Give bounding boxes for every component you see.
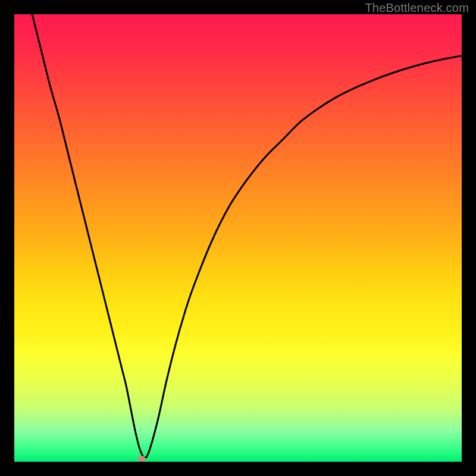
bottleneck-curve: [32, 14, 462, 458]
optimal-point-marker: [138, 456, 146, 462]
chart-frame: [14, 14, 462, 462]
chart-curve-layer: [14, 14, 462, 462]
attribution-text: TheBottleneck.com: [365, 1, 469, 15]
